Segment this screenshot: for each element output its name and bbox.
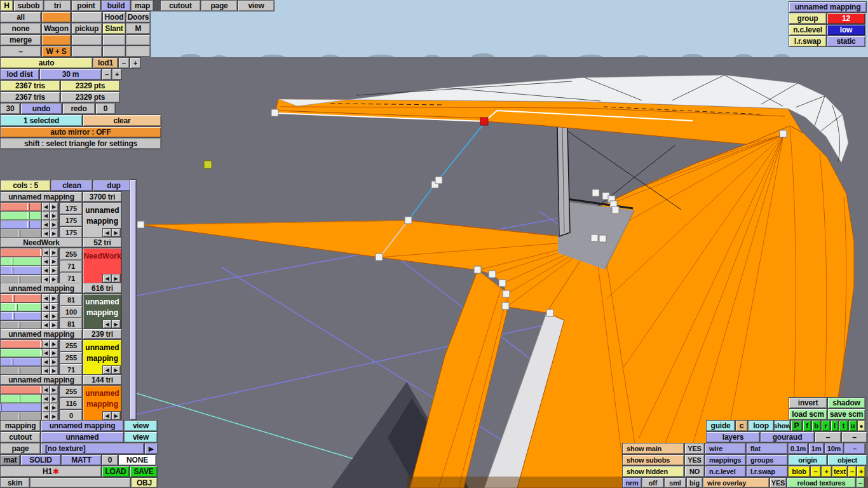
subob-slot-empty6[interactable] — [103, 46, 125, 57]
swatch-right-arrow[interactable]: ▶ — [112, 320, 120, 328]
swatch-left-arrow[interactable]: ◀ — [103, 274, 111, 282]
subob-slot-empty3[interactable] — [103, 35, 125, 45]
show-button[interactable]: show — [775, 421, 790, 431]
origin-button[interactable]: origin — [789, 455, 827, 465]
red-right-arrow[interactable]: ▶ — [50, 203, 58, 211]
blue-right-arrow[interactable]: ▶ — [50, 403, 58, 412]
load-scm-button[interactable]: load scm — [789, 409, 827, 419]
clear-selection-button[interactable]: clear — [83, 115, 161, 126]
subob-slot-empty5[interactable] — [72, 46, 102, 57]
red-slider[interactable] — [1, 248, 41, 257]
tab-tri[interactable]: tri — [44, 1, 71, 11]
green-slider[interactable] — [1, 349, 41, 357]
scale-dash-button[interactable]: – — [844, 444, 865, 454]
red-slider[interactable] — [1, 386, 41, 394]
blue-slider[interactable] — [1, 220, 41, 229]
redo-button[interactable]: redo — [63, 104, 95, 114]
green-value[interactable]: 100 — [60, 306, 82, 318]
subob-hood[interactable]: Hood — [103, 12, 125, 22]
green-value[interactable]: 255 — [60, 352, 82, 363]
invert-button[interactable]: invert — [789, 398, 827, 408]
red-value[interactable]: 175 — [60, 203, 82, 214]
page-label[interactable]: page — [1, 444, 40, 454]
red-slider[interactable] — [1, 203, 41, 211]
green-right-arrow[interactable]: ▶ — [50, 212, 58, 220]
skin-value[interactable] — [31, 478, 130, 487]
blob-minus-button[interactable]: – — [811, 466, 820, 477]
gouraud-button[interactable]: gouraud — [761, 432, 814, 442]
swatch-left-arrow[interactable]: ◀ — [103, 320, 111, 328]
pivot-vertex[interactable] — [204, 161, 212, 168]
nrm-big-button[interactable]: big — [687, 478, 702, 487]
mat-matt[interactable]: MATT — [62, 455, 101, 465]
red-left-arrow[interactable]: ◀ — [42, 294, 50, 302]
blue-value[interactable]: 0 — [60, 410, 82, 421]
guide-button[interactable]: guide — [707, 421, 735, 431]
nrm-off-button[interactable]: off — [642, 478, 663, 487]
lod-auto-button[interactable]: auto — [1, 58, 92, 68]
scale-10m-button[interactable]: 10m — [825, 444, 843, 454]
mapping-swatch[interactable]: unnamed mapping ◀ ▶ — [83, 294, 121, 329]
swatch-right-arrow[interactable]: ▶ — [112, 412, 120, 419]
green-slider[interactable] — [1, 212, 41, 220]
clean-button[interactable]: clean — [51, 180, 92, 191]
lod-dist-plus[interactable]: + — [112, 69, 121, 79]
subob-slot-orange2[interactable] — [42, 35, 71, 45]
tab-build[interactable]: build — [102, 1, 130, 11]
wire-button[interactable]: wire — [705, 444, 745, 454]
mat-none[interactable]: NONE — [119, 455, 156, 465]
groups-button[interactable]: groups — [747, 455, 787, 465]
show-subobs-value[interactable]: YES — [685, 455, 704, 465]
mapping-row-value[interactable]: unnamed mapping — [41, 421, 123, 431]
minus-button[interactable]: – — [1, 46, 41, 57]
wire-overlay-button[interactable]: wire overlay — [703, 478, 769, 487]
subob-slot-orange[interactable] — [42, 12, 71, 22]
axis-dot-button[interactable]: ● — [858, 421, 865, 431]
layers-dash2-button[interactable]: – — [842, 432, 867, 442]
tab-subob[interactable]: subob — [14, 1, 43, 11]
subob-slot-empty7[interactable] — [126, 46, 150, 57]
green-left-arrow[interactable]: ◀ — [42, 395, 50, 403]
cutout-row-value[interactable]: unnamed — [41, 432, 123, 442]
swatch-right-arrow[interactable]: ▶ — [112, 229, 120, 236]
tab-view[interactable]: view — [238, 1, 274, 11]
lod-minus-button[interactable]: – — [119, 58, 129, 68]
undo-button[interactable]: undo — [21, 104, 62, 114]
green-value[interactable]: 71 — [60, 261, 82, 272]
page-next-button[interactable]: ▶ — [145, 444, 158, 454]
mapping-swatch[interactable]: unnamed mapping ◀ ▶ — [83, 340, 121, 375]
red-value[interactable]: 255 — [60, 248, 82, 260]
axis-b-button[interactable]: b — [812, 421, 820, 431]
lod-dist-value[interactable]: 30 m — [40, 69, 101, 79]
axis-f-button[interactable]: f — [803, 421, 811, 431]
green-left-arrow[interactable]: ◀ — [42, 303, 50, 311]
select-all-button[interactable]: all — [1, 12, 41, 22]
mapping-name[interactable]: unnamed mapping — [1, 375, 82, 384]
green-left-arrow[interactable]: ◀ — [42, 257, 50, 266]
current-mapping-title[interactable]: unnamed mapping — [789, 2, 866, 12]
red-slider[interactable] — [1, 340, 41, 348]
lr-swap-value[interactable]: static — [827, 36, 865, 46]
text-minus-button[interactable]: – — [848, 466, 856, 477]
load-button[interactable]: LOAD — [102, 466, 129, 477]
lod1-button[interactable]: lod1 — [93, 58, 118, 68]
axis-r-button[interactable]: r — [822, 421, 830, 431]
nc-level-value[interactable]: low — [827, 25, 865, 35]
layers-dash1-button[interactable]: – — [815, 432, 841, 442]
obj-button[interactable]: OBJ — [132, 478, 157, 487]
mapping-swatch[interactable]: unnamed mapping ◀ ▶ — [83, 203, 121, 238]
swatch-right-arrow[interactable]: ▶ — [112, 366, 120, 374]
red-left-arrow[interactable]: ◀ — [42, 386, 50, 394]
red-right-arrow[interactable]: ▶ — [50, 340, 58, 348]
shadow-button[interactable]: shadow — [828, 398, 865, 408]
mapping-row-label[interactable]: mapping — [1, 421, 40, 431]
show-main-value[interactable]: YES — [685, 444, 704, 454]
blob-plus-button[interactable]: + — [822, 466, 831, 477]
flat-button[interactable]: flat — [747, 444, 787, 454]
scale-01m-button[interactable]: 0.1m — [789, 444, 808, 454]
mapping-name[interactable]: unnamed mapping — [1, 283, 82, 293]
lr-swap-label[interactable]: l.r.swap — [789, 36, 826, 46]
wire-overlay-value[interactable]: YES — [770, 478, 786, 487]
red-left-arrow[interactable]: ◀ — [42, 340, 50, 348]
text-button[interactable]: text — [832, 466, 847, 477]
